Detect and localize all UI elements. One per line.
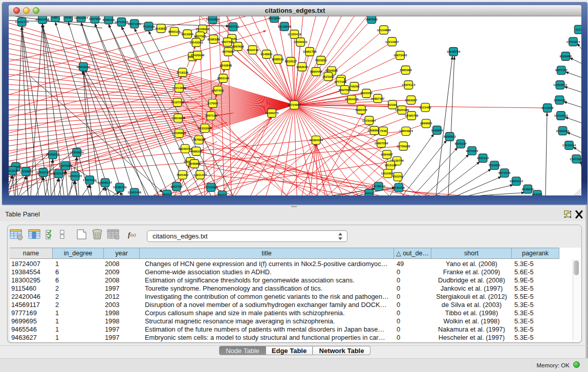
svg-text:9474444: 9474444: [466, 149, 478, 152]
svg-text:8813054: 8813054: [268, 17, 280, 20]
svg-text:9527503: 9527503: [222, 40, 234, 43]
svg-text:746266: 746266: [349, 85, 360, 88]
svg-text:8675685: 8675685: [223, 50, 235, 53]
svg-text:95012: 95012: [365, 192, 374, 195]
svg-text:9857791: 9857791: [170, 185, 183, 188]
svg-text:1244415: 1244415: [554, 99, 566, 102]
svg-text:7163822: 7163822: [155, 27, 167, 30]
svg-text:19654928: 19654928: [171, 117, 185, 120]
svg-text:16543362: 16543362: [189, 41, 203, 44]
svg-text:19384554: 19384554: [309, 139, 323, 142]
svg-text:8990448: 8990448: [310, 70, 322, 73]
svg-text:3624554: 3624554: [360, 92, 373, 95]
svg-text:2803144: 2803144: [217, 77, 229, 80]
svg-text:17353924: 17353924: [70, 151, 84, 154]
svg-text:20206526: 20206526: [46, 153, 60, 156]
svg-text:19654923: 19654923: [399, 129, 413, 133]
svg-text:11325419: 11325419: [288, 33, 301, 36]
svg-text:15692901: 15692901: [556, 129, 570, 133]
svg-text:12975115: 12975115: [402, 83, 416, 86]
svg-text:1615132: 1615132: [384, 164, 397, 167]
svg-text:1440954: 1440954: [431, 129, 443, 132]
svg-text:14136141: 14136141: [372, 185, 385, 188]
svg-text:17016504: 17016504: [562, 144, 576, 147]
svg-text:2718126: 2718126: [177, 71, 189, 74]
svg-text:252254: 252254: [393, 175, 403, 178]
svg-text:7515526: 7515526: [143, 25, 155, 28]
svg-text:7485063: 7485063: [400, 69, 412, 72]
svg-text:18724007: 18724007: [288, 103, 301, 106]
svg-text:12213369: 12213369: [172, 86, 186, 90]
svg-text:8427552: 8427552: [212, 89, 224, 92]
svg-text:19756928: 19756928: [397, 145, 410, 148]
svg-text:16210643: 16210643: [554, 114, 568, 117]
svg-text:7625402: 7625402: [177, 173, 189, 177]
svg-text:10958137: 10958137: [98, 181, 112, 184]
svg-text:10719145: 10719145: [115, 20, 128, 24]
svg-text:3267110: 3267110: [205, 114, 217, 117]
svg-text:6466160: 6466160: [103, 18, 115, 21]
svg-text:11675335: 11675335: [570, 158, 581, 161]
svg-text:6879197: 6879197: [455, 142, 467, 145]
svg-text:16911447: 16911447: [193, 173, 207, 177]
svg-text:15716485: 15716485: [204, 186, 218, 189]
svg-text:16033809: 16033809: [206, 18, 220, 21]
svg-text:9827503: 9827503: [194, 35, 206, 38]
svg-text:20364436: 20364436: [345, 98, 359, 101]
svg-text:9115460: 9115460: [420, 106, 432, 109]
svg-text:10975867: 10975867: [59, 164, 73, 167]
svg-text:7986372: 7986372: [355, 108, 367, 112]
svg-text:9245652: 9245652: [522, 188, 534, 191]
svg-text:16671355: 16671355: [127, 23, 141, 26]
svg-text:12505135: 12505135: [68, 174, 82, 178]
svg-text:18807249: 18807249: [375, 142, 388, 145]
svg-text:904527: 904527: [162, 193, 172, 195]
svg-text:10653267: 10653267: [74, 16, 88, 19]
svg-text:9463627: 9463627: [405, 99, 418, 102]
svg-text:15300275: 15300275: [265, 112, 279, 115]
svg-text:17957223: 17957223: [83, 179, 97, 182]
svg-text:16107554: 16107554: [170, 101, 184, 104]
svg-text:2935114: 2935114: [477, 157, 489, 160]
svg-text:12942757: 12942757: [36, 171, 50, 174]
svg-text:8454749: 8454749: [247, 49, 259, 52]
svg-text:1117: 1117: [575, 28, 581, 31]
svg-text:8322037: 8322037: [285, 60, 297, 63]
svg-text:10154808: 10154808: [377, 29, 391, 32]
svg-text:10046728: 10046728: [178, 147, 192, 150]
svg-text:2367608: 2367608: [232, 45, 244, 48]
svg-text:1527602: 1527602: [89, 17, 101, 20]
svg-text:20691406: 20691406: [36, 18, 50, 21]
svg-text:18495798: 18495798: [405, 114, 419, 117]
svg-text:12923448: 12923448: [127, 191, 141, 194]
svg-text:3215958: 3215958: [541, 106, 554, 110]
svg-text:12093872: 12093872: [553, 83, 567, 86]
svg-text:8678335: 8678335: [193, 138, 205, 141]
svg-text:1733426: 1733426: [393, 186, 405, 189]
svg-text:9948868: 9948868: [188, 162, 201, 165]
svg-text:12213967: 12213967: [385, 40, 399, 43]
svg-text:7857224: 7857224: [227, 25, 239, 28]
svg-text:22420046: 22420046: [191, 54, 205, 57]
svg-text:8938923: 8938923: [444, 135, 456, 138]
svg-text:6794028: 6794028: [325, 69, 338, 72]
svg-text:1588520: 1588520: [272, 58, 284, 61]
svg-text:15751074: 15751074: [567, 40, 580, 43]
svg-text:10025488: 10025488: [395, 108, 409, 112]
svg-text:1362615: 1362615: [296, 65, 309, 69]
svg-text:4498222: 4498222: [190, 150, 203, 153]
svg-text:16961758: 16961758: [303, 50, 317, 53]
svg-text:7032621: 7032621: [488, 164, 500, 167]
svg-text:8912954: 8912954: [181, 33, 193, 36]
svg-text:11353594: 11353594: [198, 127, 212, 130]
svg-text:7539: 7539: [380, 129, 387, 133]
svg-text:3911547: 3911547: [9, 169, 18, 172]
svg-text:13524851: 13524851: [381, 172, 395, 175]
svg-text:20053346: 20053346: [76, 65, 90, 69]
svg-text:16648784: 16648784: [447, 50, 461, 53]
svg-text:10973493: 10973493: [394, 54, 407, 57]
svg-text:6497568: 6497568: [339, 89, 351, 92]
svg-text:9329966: 9329966: [560, 55, 572, 58]
svg-text:(x): (x): [130, 232, 136, 237]
svg-text:9242848: 9242848: [220, 64, 232, 67]
